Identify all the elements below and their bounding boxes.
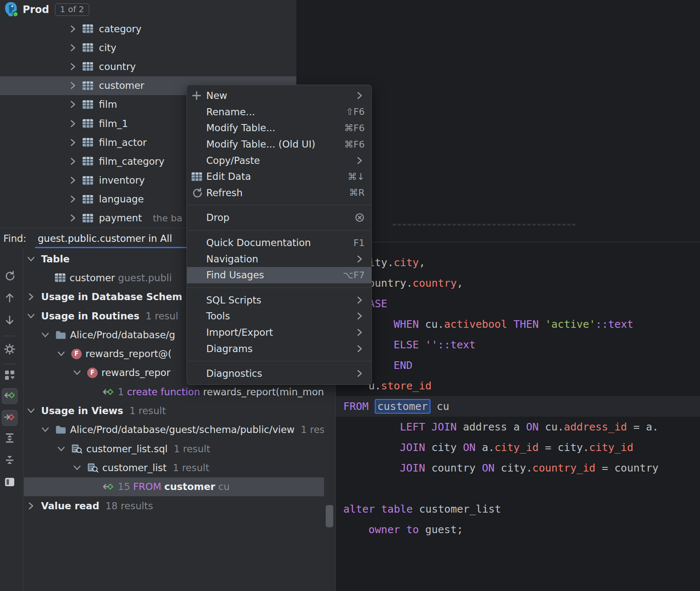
read-access-button[interactable] [2, 388, 18, 404]
menu-item-find-usages[interactable]: Find Usages⌥F7 [187, 267, 371, 283]
find-result-row[interactable]: 1 create function rewards_report(min_mon [24, 382, 324, 401]
code-token: 'active' [545, 318, 595, 330]
chevron-right-icon[interactable] [68, 213, 82, 223]
code-line: ity.city, [368, 252, 425, 273]
find-result-text: rewards_repor [101, 367, 170, 378]
table-icon [54, 273, 66, 283]
code-line: alter table customer_list [343, 499, 501, 519]
find-result-row[interactable]: Usage in Views 1 result [24, 401, 324, 420]
menu-item-navigation[interactable]: Navigation [187, 251, 371, 267]
code-line: ELSE ''::text [394, 334, 476, 355]
tree-item-category[interactable]: category [0, 19, 296, 38]
chevron-down-icon[interactable] [72, 463, 87, 473]
find-result-text: 1 [118, 386, 127, 397]
table-comment: the ba [153, 213, 182, 223]
menu-item-rename[interactable]: Rename...⇧F6 [187, 104, 371, 120]
find-result-row[interactable]: Alice/Prod/database/guest/schema/public/… [24, 420, 324, 439]
write-access-button[interactable] [2, 410, 18, 426]
menu-item-label: New [206, 90, 355, 101]
code-token: FROM [343, 400, 375, 412]
code-token: WHEN [394, 318, 425, 330]
find-query-input[interactable]: guest.public.customer in All [38, 233, 172, 244]
menu-item-diagnostics[interactable]: Diagnostics [187, 365, 371, 382]
chevron-right-icon[interactable] [68, 175, 82, 185]
table-name: customer [99, 80, 144, 91]
chevron-right-icon[interactable] [68, 62, 82, 72]
chevron-right-icon[interactable] [26, 501, 41, 511]
code-token: address a [463, 421, 526, 433]
find-result-row[interactable]: Value read 18 results [24, 496, 324, 515]
chevron-down-icon[interactable] [56, 444, 71, 454]
application-window: Prod 1 of 2 categorycitycountrycustomerf… [0, 0, 700, 591]
chevron-down-icon[interactable] [26, 254, 41, 264]
arrow-down-button[interactable] [2, 313, 18, 329]
table-icon [82, 176, 93, 185]
submenu-arrow-icon [355, 311, 365, 321]
gear-button[interactable] [2, 342, 18, 358]
table-name: inventory [99, 175, 145, 186]
code-token: ON [482, 462, 501, 474]
usage-highlight: customer [376, 400, 429, 413]
find-result-text: Alice/Prod/database/guest/schema/public/… [70, 424, 295, 435]
preview-button[interactable] [2, 475, 18, 491]
chevron-down-icon[interactable] [40, 425, 55, 435]
find-result-text: rewards_report@( [86, 348, 171, 359]
chevron-right-icon[interactable] [68, 99, 82, 109]
sql-editor[interactable]: ity.city,ountry.country,ASEWHEN cu.activ… [335, 242, 700, 591]
chevron-right-icon[interactable] [68, 80, 82, 91]
code-line: ountry.country, [368, 273, 463, 293]
table-name: language [99, 194, 144, 205]
code-token: = city. [539, 441, 589, 454]
find-result-row[interactable]: 15 FROM customer cu [24, 477, 324, 496]
find-result-text: Alice/Prod/database/g [70, 329, 175, 340]
chevron-down-icon[interactable] [40, 330, 55, 340]
menu-item-drop[interactable]: Drop [187, 210, 371, 226]
find-result-text: guest.publi [115, 272, 172, 283]
chevron-down-icon[interactable] [26, 311, 41, 321]
chevron-right-icon[interactable] [26, 292, 41, 302]
menu-item-new[interactable]: New [187, 88, 371, 104]
menu-item-modify-table[interactable]: Modify Table...⌘F6 [187, 120, 371, 136]
chevron-right-icon[interactable] [68, 43, 82, 53]
arrow-up-button[interactable] [2, 290, 18, 306]
chevron-right-icon[interactable] [68, 119, 82, 129]
menu-item-label: Modify Table... (Old UI) [206, 139, 344, 150]
find-result-row[interactable]: customer_list.sql 1 result [24, 439, 324, 458]
menu-item-refresh[interactable]: Refresh⌘R [187, 185, 371, 201]
menu-item-edit-data[interactable]: Edit Data⌘↓ [187, 168, 371, 185]
chevron-down-icon[interactable] [56, 349, 71, 359]
tree-item-city[interactable]: city [0, 38, 296, 57]
submenu-arrow-icon [355, 327, 365, 337]
chevron-down-icon[interactable] [72, 368, 87, 378]
menu-item-import-export[interactable]: Import/Export [187, 324, 371, 341]
table-icon [82, 156, 93, 166]
menu-item-sql-scripts[interactable]: SQL Scripts [187, 292, 371, 308]
code-token: ON [526, 421, 545, 433]
menu-shortcut: ⇧F6 [346, 106, 365, 117]
refresh-button[interactable] [2, 269, 18, 285]
chevron-right-icon[interactable] [68, 156, 82, 166]
menu-separator [187, 205, 371, 205]
chevron-down-icon[interactable] [26, 406, 41, 416]
function-icon: F [87, 368, 98, 378]
menu-item-label: Edit Data [206, 171, 348, 182]
menu-shortcut: ⌘R [349, 187, 365, 198]
code-line: FROM customer cu [343, 396, 449, 417]
menu-item-tools[interactable]: Tools [187, 308, 371, 324]
find-result-text: Usage in Routines [41, 311, 140, 321]
menu-item-modify-table-old-ui[interactable]: Modify Table... (Old UI)⌘F6 [187, 136, 371, 153]
find-result-row[interactable]: customer_list 1 result [24, 458, 324, 477]
expand-all-button[interactable] [2, 431, 18, 447]
chevron-right-icon[interactable] [68, 137, 82, 148]
tree-item-country[interactable]: country [0, 57, 296, 76]
scrollbar-thumb[interactable] [326, 505, 333, 527]
menu-item-quick-documentation[interactable]: Quick DocumentationF1 [187, 235, 371, 251]
find-result-text: Usage in Views [41, 405, 123, 416]
chevron-right-icon[interactable] [68, 24, 82, 34]
menu-item-copy-paste[interactable]: Copy/Paste [187, 152, 371, 168]
menu-item-diagrams[interactable]: Diagrams [187, 340, 371, 357]
table-icon [191, 172, 206, 181]
group-by-button[interactable] [2, 368, 18, 384]
collapse-all-button[interactable] [2, 453, 18, 469]
chevron-right-icon[interactable] [68, 194, 82, 204]
